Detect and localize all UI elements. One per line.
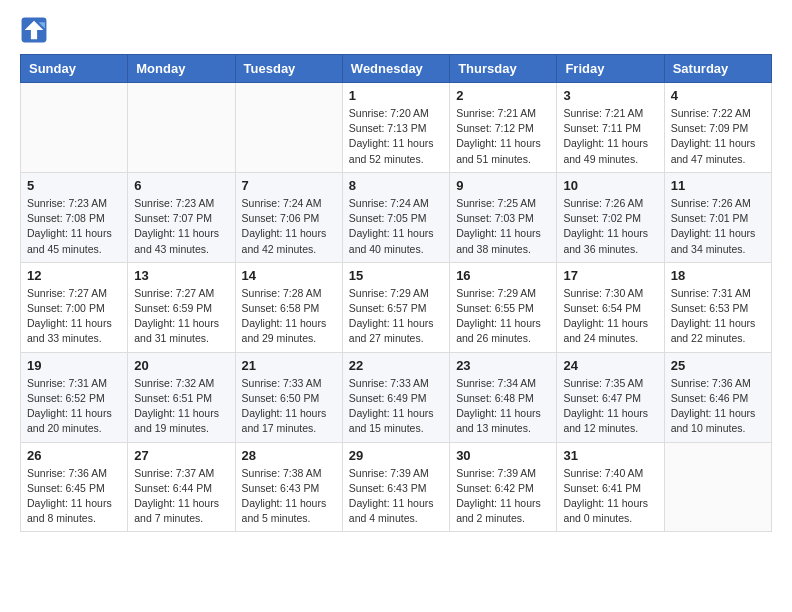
calendar-cell: 5Sunrise: 7:23 AM Sunset: 7:08 PM Daylig… bbox=[21, 172, 128, 262]
calendar-week-5: 26Sunrise: 7:36 AM Sunset: 6:45 PM Dayli… bbox=[21, 442, 772, 532]
day-number: 30 bbox=[456, 448, 550, 463]
day-info: Sunrise: 7:30 AM Sunset: 6:54 PM Dayligh… bbox=[563, 286, 657, 347]
calendar-cell: 23Sunrise: 7:34 AM Sunset: 6:48 PM Dayli… bbox=[450, 352, 557, 442]
day-number: 21 bbox=[242, 358, 336, 373]
day-info: Sunrise: 7:32 AM Sunset: 6:51 PM Dayligh… bbox=[134, 376, 228, 437]
day-info: Sunrise: 7:25 AM Sunset: 7:03 PM Dayligh… bbox=[456, 196, 550, 257]
day-info: Sunrise: 7:27 AM Sunset: 6:59 PM Dayligh… bbox=[134, 286, 228, 347]
day-number: 13 bbox=[134, 268, 228, 283]
calendar-header-row: SundayMondayTuesdayWednesdayThursdayFrid… bbox=[21, 55, 772, 83]
calendar-week-4: 19Sunrise: 7:31 AM Sunset: 6:52 PM Dayli… bbox=[21, 352, 772, 442]
calendar-week-1: 1Sunrise: 7:20 AM Sunset: 7:13 PM Daylig… bbox=[21, 83, 772, 173]
day-info: Sunrise: 7:39 AM Sunset: 6:42 PM Dayligh… bbox=[456, 466, 550, 527]
calendar-cell: 2Sunrise: 7:21 AM Sunset: 7:12 PM Daylig… bbox=[450, 83, 557, 173]
day-number: 7 bbox=[242, 178, 336, 193]
calendar-cell: 17Sunrise: 7:30 AM Sunset: 6:54 PM Dayli… bbox=[557, 262, 664, 352]
day-number: 1 bbox=[349, 88, 443, 103]
calendar-cell: 4Sunrise: 7:22 AM Sunset: 7:09 PM Daylig… bbox=[664, 83, 771, 173]
day-info: Sunrise: 7:29 AM Sunset: 6:55 PM Dayligh… bbox=[456, 286, 550, 347]
day-info: Sunrise: 7:37 AM Sunset: 6:44 PM Dayligh… bbox=[134, 466, 228, 527]
day-number: 12 bbox=[27, 268, 121, 283]
calendar-cell: 30Sunrise: 7:39 AM Sunset: 6:42 PM Dayli… bbox=[450, 442, 557, 532]
calendar-cell: 9Sunrise: 7:25 AM Sunset: 7:03 PM Daylig… bbox=[450, 172, 557, 262]
calendar-cell: 26Sunrise: 7:36 AM Sunset: 6:45 PM Dayli… bbox=[21, 442, 128, 532]
calendar-week-3: 12Sunrise: 7:27 AM Sunset: 7:00 PM Dayli… bbox=[21, 262, 772, 352]
calendar-cell: 3Sunrise: 7:21 AM Sunset: 7:11 PM Daylig… bbox=[557, 83, 664, 173]
day-number: 22 bbox=[349, 358, 443, 373]
calendar-cell bbox=[128, 83, 235, 173]
day-info: Sunrise: 7:29 AM Sunset: 6:57 PM Dayligh… bbox=[349, 286, 443, 347]
calendar-cell: 13Sunrise: 7:27 AM Sunset: 6:59 PM Dayli… bbox=[128, 262, 235, 352]
day-number: 4 bbox=[671, 88, 765, 103]
calendar-cell: 21Sunrise: 7:33 AM Sunset: 6:50 PM Dayli… bbox=[235, 352, 342, 442]
day-number: 5 bbox=[27, 178, 121, 193]
day-info: Sunrise: 7:31 AM Sunset: 6:53 PM Dayligh… bbox=[671, 286, 765, 347]
calendar: SundayMondayTuesdayWednesdayThursdayFrid… bbox=[20, 54, 772, 532]
day-number: 15 bbox=[349, 268, 443, 283]
day-number: 17 bbox=[563, 268, 657, 283]
day-number: 29 bbox=[349, 448, 443, 463]
logo bbox=[20, 16, 52, 44]
calendar-cell: 1Sunrise: 7:20 AM Sunset: 7:13 PM Daylig… bbox=[342, 83, 449, 173]
calendar-cell: 15Sunrise: 7:29 AM Sunset: 6:57 PM Dayli… bbox=[342, 262, 449, 352]
day-info: Sunrise: 7:24 AM Sunset: 7:05 PM Dayligh… bbox=[349, 196, 443, 257]
day-info: Sunrise: 7:20 AM Sunset: 7:13 PM Dayligh… bbox=[349, 106, 443, 167]
calendar-cell: 16Sunrise: 7:29 AM Sunset: 6:55 PM Dayli… bbox=[450, 262, 557, 352]
day-info: Sunrise: 7:24 AM Sunset: 7:06 PM Dayligh… bbox=[242, 196, 336, 257]
calendar-cell bbox=[235, 83, 342, 173]
day-number: 24 bbox=[563, 358, 657, 373]
day-info: Sunrise: 7:23 AM Sunset: 7:08 PM Dayligh… bbox=[27, 196, 121, 257]
calendar-header-monday: Monday bbox=[128, 55, 235, 83]
day-number: 25 bbox=[671, 358, 765, 373]
day-number: 3 bbox=[563, 88, 657, 103]
calendar-cell: 19Sunrise: 7:31 AM Sunset: 6:52 PM Dayli… bbox=[21, 352, 128, 442]
calendar-cell: 12Sunrise: 7:27 AM Sunset: 7:00 PM Dayli… bbox=[21, 262, 128, 352]
day-info: Sunrise: 7:33 AM Sunset: 6:50 PM Dayligh… bbox=[242, 376, 336, 437]
day-number: 23 bbox=[456, 358, 550, 373]
day-number: 9 bbox=[456, 178, 550, 193]
day-number: 20 bbox=[134, 358, 228, 373]
calendar-header-thursday: Thursday bbox=[450, 55, 557, 83]
calendar-cell: 22Sunrise: 7:33 AM Sunset: 6:49 PM Dayli… bbox=[342, 352, 449, 442]
calendar-cell: 11Sunrise: 7:26 AM Sunset: 7:01 PM Dayli… bbox=[664, 172, 771, 262]
day-info: Sunrise: 7:21 AM Sunset: 7:11 PM Dayligh… bbox=[563, 106, 657, 167]
calendar-cell: 8Sunrise: 7:24 AM Sunset: 7:05 PM Daylig… bbox=[342, 172, 449, 262]
calendar-header-tuesday: Tuesday bbox=[235, 55, 342, 83]
logo-icon bbox=[20, 16, 48, 44]
day-info: Sunrise: 7:26 AM Sunset: 7:01 PM Dayligh… bbox=[671, 196, 765, 257]
calendar-cell: 10Sunrise: 7:26 AM Sunset: 7:02 PM Dayli… bbox=[557, 172, 664, 262]
calendar-cell: 7Sunrise: 7:24 AM Sunset: 7:06 PM Daylig… bbox=[235, 172, 342, 262]
day-number: 28 bbox=[242, 448, 336, 463]
calendar-cell: 6Sunrise: 7:23 AM Sunset: 7:07 PM Daylig… bbox=[128, 172, 235, 262]
day-info: Sunrise: 7:26 AM Sunset: 7:02 PM Dayligh… bbox=[563, 196, 657, 257]
day-number: 31 bbox=[563, 448, 657, 463]
day-info: Sunrise: 7:23 AM Sunset: 7:07 PM Dayligh… bbox=[134, 196, 228, 257]
day-number: 11 bbox=[671, 178, 765, 193]
day-number: 2 bbox=[456, 88, 550, 103]
day-info: Sunrise: 7:40 AM Sunset: 6:41 PM Dayligh… bbox=[563, 466, 657, 527]
day-number: 27 bbox=[134, 448, 228, 463]
day-info: Sunrise: 7:21 AM Sunset: 7:12 PM Dayligh… bbox=[456, 106, 550, 167]
calendar-cell bbox=[664, 442, 771, 532]
calendar-cell: 24Sunrise: 7:35 AM Sunset: 6:47 PM Dayli… bbox=[557, 352, 664, 442]
calendar-cell: 25Sunrise: 7:36 AM Sunset: 6:46 PM Dayli… bbox=[664, 352, 771, 442]
calendar-header-saturday: Saturday bbox=[664, 55, 771, 83]
calendar-header-wednesday: Wednesday bbox=[342, 55, 449, 83]
calendar-header-sunday: Sunday bbox=[21, 55, 128, 83]
day-info: Sunrise: 7:33 AM Sunset: 6:49 PM Dayligh… bbox=[349, 376, 443, 437]
calendar-cell: 29Sunrise: 7:39 AM Sunset: 6:43 PM Dayli… bbox=[342, 442, 449, 532]
calendar-cell: 27Sunrise: 7:37 AM Sunset: 6:44 PM Dayli… bbox=[128, 442, 235, 532]
day-info: Sunrise: 7:35 AM Sunset: 6:47 PM Dayligh… bbox=[563, 376, 657, 437]
day-number: 14 bbox=[242, 268, 336, 283]
calendar-week-2: 5Sunrise: 7:23 AM Sunset: 7:08 PM Daylig… bbox=[21, 172, 772, 262]
day-info: Sunrise: 7:36 AM Sunset: 6:45 PM Dayligh… bbox=[27, 466, 121, 527]
calendar-cell: 14Sunrise: 7:28 AM Sunset: 6:58 PM Dayli… bbox=[235, 262, 342, 352]
day-number: 8 bbox=[349, 178, 443, 193]
day-number: 26 bbox=[27, 448, 121, 463]
day-number: 18 bbox=[671, 268, 765, 283]
day-info: Sunrise: 7:39 AM Sunset: 6:43 PM Dayligh… bbox=[349, 466, 443, 527]
day-number: 10 bbox=[563, 178, 657, 193]
calendar-cell: 31Sunrise: 7:40 AM Sunset: 6:41 PM Dayli… bbox=[557, 442, 664, 532]
day-number: 19 bbox=[27, 358, 121, 373]
calendar-cell: 18Sunrise: 7:31 AM Sunset: 6:53 PM Dayli… bbox=[664, 262, 771, 352]
